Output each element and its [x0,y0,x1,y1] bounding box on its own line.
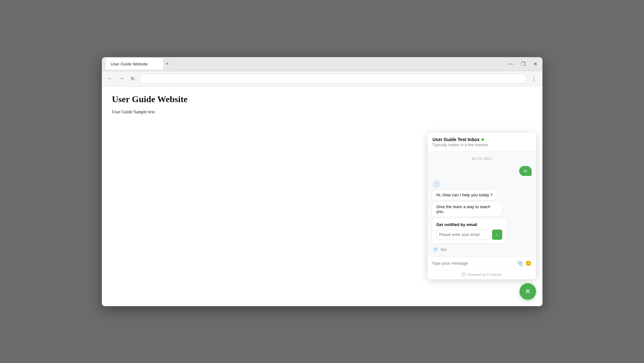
chat-header-subtitle: Typically replies in a few minutes [433,143,531,147]
bot-message-row: 🕐 Hi..How can I help you today ? Give th… [432,180,532,244]
chat-close-fab[interactable]: ✕ [519,283,536,300]
page-content: User Guide Website User Guide Sample tex… [102,87,542,306]
chatwoot-logo-icon: ⚙ [462,272,466,277]
page-title: User Guide Website [112,94,532,104]
chat-footer: ⚙ Powered by Chatwoot [428,269,536,279]
chat-input[interactable] [432,261,514,266]
minimize-button[interactable]: — [507,60,515,67]
bot-indicator-row: ⏱ Bot [432,246,532,253]
email-submit-button[interactable]: › [492,230,502,240]
clock-small-icon: ⏱ [434,247,437,252]
maximize-button[interactable]: ❐ [520,60,527,68]
bot-messages: Hi..How can I help you today ? Give the … [432,190,507,244]
user-message-row: hi [432,166,532,176]
bot-label: Bot [441,247,447,252]
clock-icon: 🕐 [434,182,439,186]
bot-message-1: Hi..How can I help you today ? [432,190,497,200]
email-card: Get notified by email › [432,218,507,244]
new-tab-button[interactable]: + [163,59,172,69]
bot-avatar: 🕐 [432,180,441,189]
email-card-title: Get notified by email [436,222,502,227]
bot-message-2: Give the team a way to reach you. [432,202,502,216]
chat-panel: User Guide Test Inbox Typically replies … [428,132,536,279]
close-button[interactable]: ✕ [532,60,539,68]
browser-tab[interactable]: User Guide Website [106,58,163,70]
arrow-right-icon: › [496,232,498,237]
bot-clock-icon: ⏱ [432,246,439,253]
chat-header-info: User Guide Test Inbox Typically replies … [433,137,531,147]
window-controls: — ❐ ✕ [507,60,539,68]
page-subtitle: User Guide Sample text [112,110,532,115]
url-bar[interactable] [139,73,527,84]
nav-bar: ← → ↻ ⋮ [102,71,542,87]
browser-window: User Guide Website + — ❐ ✕ ← → ↻ ⋮ User … [102,57,542,306]
email-input-row: › [436,230,502,240]
reload-button[interactable]: ↻ [129,74,137,83]
email-input[interactable] [436,230,490,240]
emoji-icon[interactable]: 🙂 [525,260,532,266]
powered-by-text: Powered by Chatwoot [467,273,502,276]
chat-widget-container: User Guide Test Inbox Typically replies … [428,132,536,300]
forward-button[interactable]: → [117,74,126,83]
tab-area: User Guide Website + [106,58,504,70]
attachment-icon[interactable]: 📎 [517,260,523,266]
browser-menu-button[interactable]: ⋮ [529,74,539,83]
messages-area[interactable]: Jul 19, 2021 hi 🕐 Hi..How can I help you… [428,151,536,257]
online-indicator [481,138,484,141]
chat-input-icons: 📎 🙂 [517,260,532,266]
tab-label: User Guide Website [111,62,148,66]
close-icon: ✕ [525,287,531,296]
date-separator: Jul 19, 2021 [432,156,532,161]
chat-title-text: User Guide Test Inbox [433,137,480,142]
back-button[interactable]: ← [106,74,115,83]
chat-header: User Guide Test Inbox Typically replies … [428,132,536,151]
title-bar: User Guide Website + — ❐ ✕ [102,57,542,71]
chat-input-area: 📎 🙂 [428,257,536,269]
chat-header-title: User Guide Test Inbox [433,137,531,142]
user-message-bubble: hi [519,166,531,176]
